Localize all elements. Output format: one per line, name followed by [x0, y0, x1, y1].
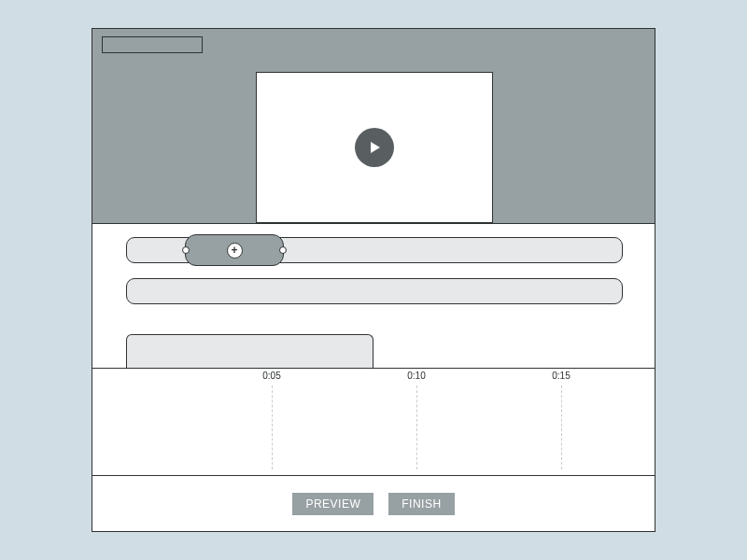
timeline-clip[interactable]: + [185, 234, 284, 266]
clip-grip-left[interactable] [182, 246, 190, 254]
video-preview-frame [256, 72, 493, 223]
clip-add-button[interactable]: + [227, 243, 243, 259]
preview-button[interactable]: PREVIEW [292, 493, 374, 515]
svg-marker-0 [371, 142, 380, 153]
timeline-track-3[interactable] [126, 334, 374, 369]
ruler-label: 0:05 [262, 371, 280, 381]
editor-window: + 0:050:100:15 PREVIEW FINISH [92, 28, 655, 532]
timeline-track-2[interactable] [126, 278, 623, 304]
timeline-ruler: 0:050:100:15 [92, 368, 655, 475]
tracks-pane: + [92, 223, 655, 368]
footer-pane: PREVIEW FINISH [92, 475, 655, 531]
finish-button[interactable]: FINISH [388, 493, 454, 515]
ruler-label: 0:15 [552, 371, 570, 381]
ruler-tick [561, 385, 562, 469]
preview-pane [92, 29, 655, 223]
ruler-label: 0:10 [407, 371, 425, 381]
clip-grip-right[interactable] [279, 246, 287, 254]
title-chip [102, 36, 203, 53]
ruler-tick [272, 385, 273, 469]
timeline-track-1[interactable]: + [126, 237, 623, 263]
play-icon [367, 140, 382, 155]
ruler-tick [416, 385, 417, 469]
play-button[interactable] [355, 128, 394, 167]
